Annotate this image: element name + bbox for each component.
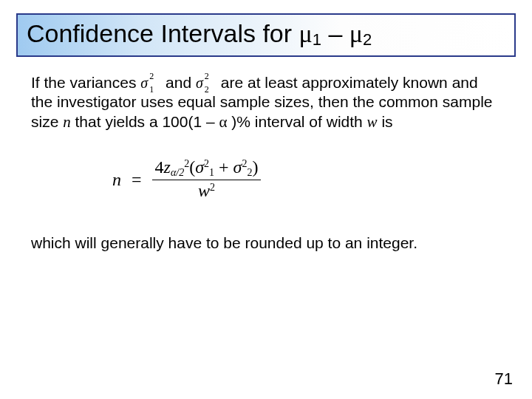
sigma1-sq: σ21 <box>140 73 161 92</box>
num-lparen: ( <box>189 157 195 177</box>
body-text: If the variances σ21 and σ22 are at leas… <box>16 73 516 253</box>
num-4: 4 <box>155 157 164 177</box>
p1-alpha: α <box>219 113 227 131</box>
mu-symbol-2: μ <box>349 20 363 47</box>
p1-w: w <box>367 113 378 131</box>
formula-eq: = <box>132 168 142 191</box>
formula-lhs: n <box>112 168 121 191</box>
num-z: z <box>164 157 171 177</box>
title-dash: – <box>321 19 349 47</box>
mu-sub-1: 1 <box>313 30 321 49</box>
num-zsub: α/2 <box>171 167 184 178</box>
title-prefix: Confidence Intervals for <box>27 19 299 47</box>
p1-n: n <box>63 113 71 131</box>
num-sig1-sup: 2 <box>204 158 209 169</box>
p1-t4: )% interval of width <box>228 113 367 130</box>
num-sig2: σ <box>233 157 242 177</box>
p1-t1: If the variances <box>31 74 140 91</box>
formula-fraction: 4zα/22(σ21 + σ22) w2 <box>152 158 262 201</box>
sigma2-sq: σ22 <box>196 73 216 92</box>
title-box: Confidence Intervals for μ1 – μ2 <box>16 13 516 57</box>
num-sig1: σ <box>195 157 204 177</box>
num-plus: + <box>214 157 233 177</box>
mu-sub-2: 2 <box>363 30 372 49</box>
formula-numerator: 4zα/22(σ21 + σ22) <box>152 158 262 181</box>
den-w: w <box>198 181 210 200</box>
sigma-sym: σ <box>140 75 148 91</box>
sigma1-sup: 2 <box>149 71 154 82</box>
p1-and: and <box>161 74 196 91</box>
sigma1-sub: 1 <box>149 84 154 95</box>
sigma-sym-2: σ <box>196 75 203 91</box>
paragraph-1: If the variances σ21 and σ22 are at leas… <box>31 73 501 132</box>
slide: Confidence Intervals for μ1 – μ2 If the … <box>0 0 532 399</box>
num-rparen: ) <box>252 157 258 177</box>
page-number: 71 <box>495 369 513 389</box>
paragraph-2: which will generally have to be rounded … <box>31 233 501 253</box>
num-sig1-sub: 1 <box>209 167 214 178</box>
mu-symbol: μ <box>299 20 313 47</box>
formula-denominator: w2 <box>195 180 218 200</box>
den-sup: 2 <box>210 182 215 193</box>
p1-t5: is <box>378 113 393 130</box>
sigma2-sub: 2 <box>205 84 209 95</box>
sigma2-sup: 2 <box>205 71 209 82</box>
slide-title: Confidence Intervals for μ1 – μ2 <box>27 19 505 50</box>
formula: n = 4zα/22(σ21 + σ22) w2 <box>112 158 501 201</box>
p1-t3: that yields a 100(1 – <box>71 113 219 130</box>
